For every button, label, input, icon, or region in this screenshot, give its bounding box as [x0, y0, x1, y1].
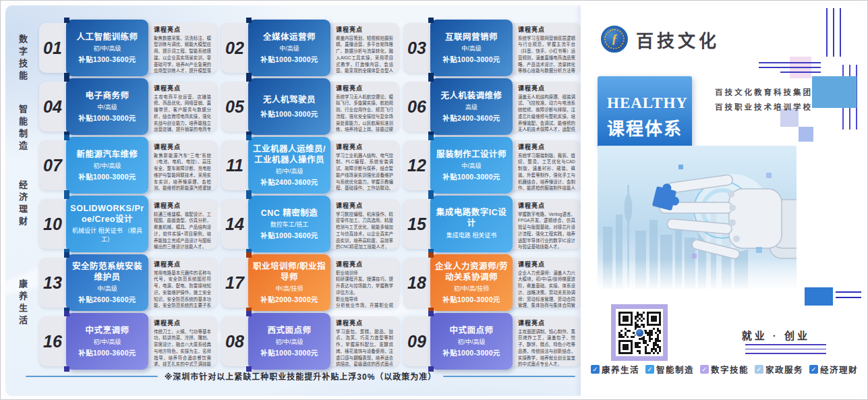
policy-footnote: ※深圳市针对以上紧缺工种职业技能提升补贴上浮30%（以政策为准） [26, 370, 575, 382]
course-level: 中/高级 [461, 162, 482, 171]
highlights-text: 主攻面团调制、馅心制作、蒸煎烤炸工艺，涵盖包子、饺子、酥饼、糕点、特色小吃等品类… [518, 328, 575, 366]
course-name: SOLIDWORKS/Proe/Creo设计 [69, 203, 146, 225]
course-card: 05无人机驾驶员补贴1000-3000元课程亮点系统学习无人机航空理论、模拟飞行… [221, 82, 399, 132]
category-label: 智能制造 [16, 105, 29, 153]
course-subsidy: 补贴1000-3600元 [78, 347, 136, 358]
course-chip: 中式烹调师初/中/高级补贴1000-3600元 [66, 313, 148, 370]
category-label: 数字技能 [16, 34, 29, 83]
course-subsidy: 补贴2600-3600元 [78, 294, 136, 304]
highlights-title: 课程亮点 [518, 260, 575, 268]
decor-square-blue [805, 287, 833, 306]
category-tags-row: ✓康养生活✓智能制造✓数字技能✓家政服务✓经济理财 [594, 363, 855, 376]
course-name: 无人机装调维修 [440, 90, 502, 101]
course-highlights: 课程亮点企业人力资源师：涵盖人力六大模块，初/中/高/技师梯度进阶，覆盖基础、实… [513, 255, 581, 311]
highlights-title: 课程亮点 [154, 318, 211, 327]
highlights-title: 课程亮点 [336, 260, 393, 268]
highlights-title: 课程亮点 [518, 84, 575, 92]
course-highlights: 课程亮点系统学习无人机航空理论、模拟飞行、多旋翼实操、航拍规则、行业应用作业、规… [330, 79, 399, 135]
course-level: 初/中/高级 [93, 45, 121, 53]
highlights-text: 掌握数字电路、Verilog语言、FPGA开发、逻辑综合、仿真验证与版图基础，对… [518, 211, 575, 249]
course-subsidy: 补贴1000-3000元 [78, 113, 136, 123]
brand-header: ƒ 百技文化 [601, 26, 720, 53]
course-number: 03 [403, 38, 430, 58]
course-level: 中/高级 [97, 103, 117, 112]
highlights-text: 企业人力资源师：涵盖人力六大模块，初/中/高/技师梯度进阶，覆盖基础、实操、体系… [518, 270, 575, 308]
course-card: 09中式面点师初/中/高级补贴1000-3000元课程亮点主攻面团调制、馅心制作… [403, 316, 581, 366]
highlights-title: 课程亮点 [518, 201, 575, 210]
category-tag: ✓家政服务 [755, 363, 803, 376]
course-card: 15集成电路数字IC设计集成电路 相关证书课程亮点掌握数字电路、Verilog语… [403, 199, 581, 249]
course-number: 01 [39, 38, 66, 58]
highlights-text: 学习工业机器人结构、电气控制、PLC编程、系统安装调试、故障诊断与保养，结合智能… [336, 152, 393, 190]
course-number: 18 [403, 273, 430, 293]
course-highlights: 课程亮点主攻电商平台运营、店铺装修、商品优化、网络营销、直播带货、客户服务与数据… [148, 79, 217, 135]
course-subsidy: 补贴2400-3600元 [260, 177, 318, 187]
logo-glyph: ƒ [612, 32, 618, 47]
tag-label: 康养生活 [602, 363, 639, 376]
course-name: 无人机驾驶员 [263, 94, 316, 105]
course-card: 14CNC 精密制造数控车工/铣工补贴1000-3600元课程亮点学习数控编程、… [221, 199, 399, 249]
course-subsidy: 补贴1000-3000元 [78, 171, 136, 181]
checkbox-icon: ✓ [700, 365, 709, 374]
course-card: 02全媒体运营师中/高级补贴1000-3000元课程亮点覆盖内容策划、短视频拍摄… [221, 23, 399, 73]
course-level: 初/中/高级 [275, 338, 303, 347]
course-subsidy: 补贴2000-3000元 [260, 294, 318, 304]
course-cards-grid: 01人工智能训练师初/中/高级补贴1300-3600元课程亮点聚焦数据采集、清洗… [39, 23, 581, 366]
course-chip: 人工智能训练师初/中/高级补贴1300-3600元 [66, 20, 148, 76]
category-group: 康养生活 [16, 242, 38, 365]
course-card: 18企业人力资源师/劳动关系协调师初/中/高/技师补贴1000-3000元课程亮… [403, 258, 581, 308]
course-name: CNC 精密制造 [261, 208, 318, 219]
highlights-title: 课程亮点 [518, 25, 575, 34]
course-chip: 企业人力资源师/劳动关系协调师初/中/高/技师补贴1000-3000元 [430, 254, 513, 311]
highlights-title: 课程亮点 [336, 318, 393, 327]
decor-square-blue [812, 76, 857, 108]
robot-hand-photo [598, 146, 797, 289]
course-highlights: 课程亮点涵盖无人机结构原理、组装调试、飞控校准、动力与电池系统检修、故障诊断与排… [513, 79, 581, 135]
course-subsidy: 补贴1000-3000元 [442, 54, 500, 64]
course-subsidy: 补贴1000-3000元 [442, 347, 500, 358]
right-panel: ƒ 百技文化 HEALTHY 课程体系 百技文化教育科技集团 百技职业技术培训学… [581, 5, 864, 396]
highlights-text: 学习面包、蛋糕、甜品、挞点、泡芙、巧克力造型等制作，掌握原料配比、发酵烘烤、裱花… [336, 328, 393, 366]
title-english: HEALTHY [607, 94, 683, 112]
course-subsidy: 补贴1000-3000元 [442, 294, 500, 304]
course-highlights: 课程亮点传统刀工、火候、勺功等基本功，精讲热菜、冷拼、雕刻、宴席设计，融合八大菜… [148, 314, 217, 370]
course-system-title-box: HEALTHY 课程体系 [598, 76, 692, 148]
divider-line [443, 376, 575, 377]
course-level: 初/中/高级 [93, 162, 121, 171]
highlights-title: 课程亮点 [518, 142, 575, 151]
course-card: 08西式面点师初/中/高级补贴1000-3000元课程亮点学习面包、蛋糕、甜品、… [221, 316, 399, 366]
category-group: 经济理财 [16, 171, 38, 237]
course-chip: 职业培训师/职业指导师中/高/技师补贴2000-3000元 [248, 254, 330, 311]
highlights-text: 聚焦数据采集、清洗标注、模型训练与调优、赋能大模型应用、提示词工程、智能系统搭建… [154, 35, 211, 73]
course-card: 17职业培训师/职业指导师中/高/技师补贴2000-3000元课程亮点职业培训师… [221, 258, 399, 308]
tag-label: 数字技能 [711, 363, 749, 376]
category-tag: ✓康养生活 [591, 363, 639, 376]
course-number: 17 [221, 273, 248, 293]
course-card: 11工业机器人运维员/工业机器人操作员初/中/高级补贴2400-3600元课程亮… [221, 140, 399, 190]
category-label: 康养生活 [16, 279, 29, 328]
highlights-text: 职业培训师 精研课程开发、授课技巧，提升表达与控场能力，掌握教学评估方法。 职业… [336, 270, 393, 308]
course-level: 初/中/高级 [93, 338, 121, 347]
course-poster: 数字技能智能制造经济理财康养生活 01人工智能训练师初/中/高级补贴1300-3… [5, 5, 864, 396]
course-number: 02 [221, 38, 248, 58]
highlights-text: 常用电路基本元器件的名称与代号，安全防范系统图形符号，电源、配电、防雷接地知识，… [154, 270, 211, 308]
course-name: 企业人力资源师/劳动关系协调师 [433, 261, 510, 283]
poster-page: 数字技能智能制造经济理财康养生活 01人工智能训练师初/中/高级补贴1300-3… [0, 0, 868, 400]
course-chip: 互联网营销师中/高级补贴1000-3000元 [430, 20, 513, 76]
highlights-text: 聚焦新能源汽车“三电”系统（电池、电机、电控）、高压安全、整车故障诊断、充电桩维… [154, 152, 211, 190]
slogan-text: 就业 · 创业 [742, 328, 810, 342]
course-level: 集成电路 相关证书 [446, 231, 497, 240]
course-chip: 无人机装调维修高级补贴2400-3600元 [430, 78, 513, 135]
title-chinese: 课程体系 [607, 115, 683, 140]
qr-center-logo [635, 328, 645, 338]
highlights-title: 课程亮点 [336, 142, 393, 151]
highlights-title: 课程亮点 [154, 84, 211, 92]
course-card: 07新能源汽车维修初/中/高级补贴1000-3000元课程亮点聚焦新能源汽车“三… [39, 140, 217, 190]
course-number: 12 [403, 156, 430, 175]
course-chip: SOLIDWORKS/Proe/Creo设计机械设计 相关证书 （模具工） [66, 196, 148, 252]
highlights-title: 课程亮点 [154, 25, 211, 34]
course-chip: 新能源汽车维修初/中/高级补贴1000-3000元 [66, 137, 148, 194]
course-name: 电子商务师 [85, 90, 129, 101]
course-highlights: 课程亮点系统学习服装制版、裁剪、缝纫、整烫、工艺优化与CAD制版，涵盖衬衫、裙装… [513, 138, 581, 194]
course-chip: 服装制作工设计师中/高级补贴1000-3000元 [430, 137, 513, 194]
